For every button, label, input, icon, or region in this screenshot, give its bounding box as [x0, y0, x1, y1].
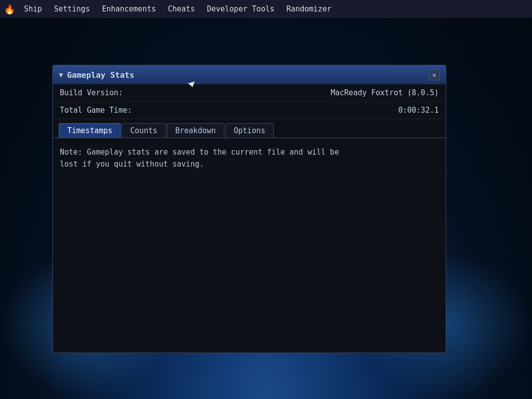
build-version-value: MacReady Foxtrot (8.0.5): [331, 88, 439, 97]
tab-counts[interactable]: Counts: [122, 123, 166, 138]
tab-options[interactable]: Options: [225, 123, 274, 138]
dialog-title: ▼ Gameplay Stats: [59, 70, 134, 80]
note-area: Note: Gameplay stats are saved to the cu…: [53, 138, 446, 178]
build-version-row: Build Version: MacReady Foxtrot (8.0.5): [53, 84, 446, 102]
close-button[interactable]: ✕: [429, 69, 440, 80]
menu-randomizer[interactable]: Randomizer: [281, 2, 336, 15]
collapse-arrow-icon[interactable]: ▼: [59, 71, 63, 79]
menu-ship[interactable]: Ship: [19, 2, 47, 15]
menu-bar: 🔥 ShipSettingsEnhancementsCheatsDevelope…: [0, 0, 532, 18]
tab-timestamps[interactable]: Timestamps: [59, 123, 121, 138]
menu-developer-tools[interactable]: Developer Tools: [202, 2, 279, 15]
dialog-titlebar: ▼ Gameplay Stats ✕: [53, 65, 446, 84]
dialog-content: Build Version: MacReady Foxtrot (8.0.5) …: [53, 84, 446, 353]
build-version-label: Build Version:: [60, 88, 123, 97]
gameplay-stats-dialog: ▼ Gameplay Stats ✕ Build Version: MacRea…: [52, 65, 446, 353]
dialog-title-text: Gameplay Stats: [67, 70, 134, 80]
total-game-time-value: 0:00:32.1: [398, 106, 439, 115]
note-text: Note: Gameplay stats are saved to the cu…: [60, 148, 339, 169]
menu-settings[interactable]: Settings: [49, 2, 95, 15]
total-game-time-row: Total Game Time: 0:00:32.1: [53, 102, 446, 119]
menu-cheats[interactable]: Cheats: [163, 2, 200, 15]
dialog-spacer: [53, 178, 446, 353]
menu-enhancements[interactable]: Enhancements: [97, 2, 161, 15]
tab-breakdown[interactable]: Breakdown: [167, 123, 224, 138]
total-game-time-label: Total Game Time:: [60, 106, 132, 115]
tabs-container: TimestampsCountsBreakdownOptions: [53, 119, 446, 138]
app-logo: 🔥: [4, 3, 15, 14]
